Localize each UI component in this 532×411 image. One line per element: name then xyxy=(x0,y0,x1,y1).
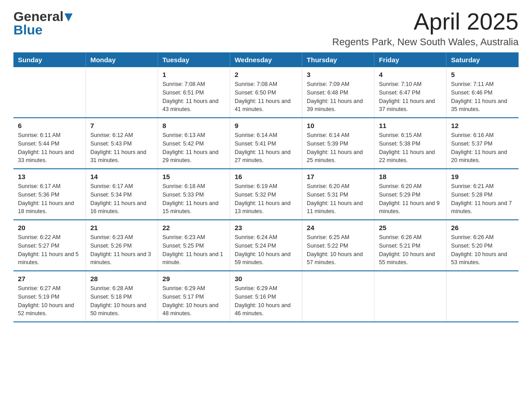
calendar-cell: 3Sunrise: 7:09 AMSunset: 6:48 PMDaylight… xyxy=(302,67,374,118)
calendar-cell: 22Sunrise: 6:23 AMSunset: 5:25 PMDayligh… xyxy=(158,220,230,271)
logo-blue-text: Blue xyxy=(13,22,73,38)
day-number: 14 xyxy=(90,173,153,180)
day-number: 28 xyxy=(90,275,153,283)
calendar-cell xyxy=(374,271,446,322)
day-info: Sunrise: 6:28 AMSunset: 5:18 PMDaylight:… xyxy=(90,284,153,318)
calendar-cell: 21Sunrise: 6:23 AMSunset: 5:26 PMDayligh… xyxy=(86,220,158,271)
day-info: Sunrise: 6:16 AMSunset: 5:37 PMDaylight:… xyxy=(451,131,514,165)
day-number: 23 xyxy=(235,224,297,231)
day-of-week-header: Monday xyxy=(86,52,158,67)
day-number: 12 xyxy=(451,122,514,129)
calendar-week-row: 20Sunrise: 6:22 AMSunset: 5:27 PMDayligh… xyxy=(13,220,519,271)
calendar-cell: 24Sunrise: 6:25 AMSunset: 5:22 PMDayligh… xyxy=(302,220,374,271)
calendar-cell: 23Sunrise: 6:24 AMSunset: 5:24 PMDayligh… xyxy=(230,220,302,271)
calendar-cell: 12Sunrise: 6:16 AMSunset: 5:37 PMDayligh… xyxy=(446,118,519,169)
logo-general-text: General xyxy=(13,9,64,24)
logo-triangle-icon xyxy=(64,13,73,21)
calendar-week-row: 13Sunrise: 6:17 AMSunset: 5:36 PMDayligh… xyxy=(13,169,519,220)
calendar-cell: 8Sunrise: 6:13 AMSunset: 5:42 PMDaylight… xyxy=(158,118,230,169)
calendar-cell: 16Sunrise: 6:19 AMSunset: 5:32 PMDayligh… xyxy=(230,169,302,220)
calendar-cell: 30Sunrise: 6:29 AMSunset: 5:16 PMDayligh… xyxy=(230,271,302,322)
day-number: 25 xyxy=(379,224,442,231)
day-info: Sunrise: 6:14 AMSunset: 5:41 PMDaylight:… xyxy=(235,131,297,165)
day-number: 18 xyxy=(379,173,442,180)
calendar-cell xyxy=(86,67,158,118)
day-number: 17 xyxy=(307,173,369,180)
day-info: Sunrise: 6:15 AMSunset: 5:38 PMDaylight:… xyxy=(379,131,442,165)
day-info: Sunrise: 7:09 AMSunset: 6:48 PMDaylight:… xyxy=(307,80,369,114)
day-info: Sunrise: 7:08 AMSunset: 6:50 PMDaylight:… xyxy=(235,80,297,114)
page-header: General Blue April 2025 Regents Park, Ne… xyxy=(13,9,519,48)
day-info: Sunrise: 6:12 AMSunset: 5:43 PMDaylight:… xyxy=(90,131,153,165)
day-info: Sunrise: 6:26 AMSunset: 5:20 PMDaylight:… xyxy=(451,233,514,267)
calendar-cell: 26Sunrise: 6:26 AMSunset: 5:20 PMDayligh… xyxy=(446,220,519,271)
calendar-cell: 7Sunrise: 6:12 AMSunset: 5:43 PMDaylight… xyxy=(86,118,158,169)
day-info: Sunrise: 7:11 AMSunset: 6:46 PMDaylight:… xyxy=(451,80,514,114)
calendar-body: 1Sunrise: 7:08 AMSunset: 6:51 PMDaylight… xyxy=(13,67,519,322)
day-info: Sunrise: 6:26 AMSunset: 5:21 PMDaylight:… xyxy=(379,233,442,267)
day-info: Sunrise: 6:29 AMSunset: 5:16 PMDaylight:… xyxy=(235,284,297,318)
calendar-cell: 20Sunrise: 6:22 AMSunset: 5:27 PMDayligh… xyxy=(13,220,86,271)
day-of-week-header: Saturday xyxy=(446,52,519,67)
day-info: Sunrise: 6:19 AMSunset: 5:32 PMDaylight:… xyxy=(235,182,297,216)
day-number: 30 xyxy=(235,275,297,283)
calendar-week-row: 6Sunrise: 6:11 AMSunset: 5:44 PMDaylight… xyxy=(13,118,519,169)
day-info: Sunrise: 6:25 AMSunset: 5:22 PMDaylight:… xyxy=(307,233,369,267)
calendar-cell: 1Sunrise: 7:08 AMSunset: 6:51 PMDaylight… xyxy=(158,67,230,118)
calendar-cell xyxy=(13,67,86,118)
calendar-cell: 6Sunrise: 6:11 AMSunset: 5:44 PMDaylight… xyxy=(13,118,86,169)
day-number: 19 xyxy=(451,173,514,180)
calendar-cell: 15Sunrise: 6:18 AMSunset: 5:33 PMDayligh… xyxy=(158,169,230,220)
day-info: Sunrise: 6:29 AMSunset: 5:17 PMDaylight:… xyxy=(163,284,225,318)
day-number: 4 xyxy=(379,71,442,78)
days-of-week-row: SundayMondayTuesdayWednesdayThursdayFrid… xyxy=(13,52,519,67)
day-number: 2 xyxy=(235,71,297,78)
calendar-cell: 19Sunrise: 6:21 AMSunset: 5:28 PMDayligh… xyxy=(446,169,519,220)
day-info: Sunrise: 6:23 AMSunset: 5:26 PMDaylight:… xyxy=(90,233,153,267)
day-of-week-header: Thursday xyxy=(302,52,374,67)
day-number: 20 xyxy=(18,224,81,231)
day-info: Sunrise: 6:21 AMSunset: 5:28 PMDaylight:… xyxy=(451,182,514,216)
day-info: Sunrise: 6:18 AMSunset: 5:33 PMDaylight:… xyxy=(163,182,225,216)
day-info: Sunrise: 6:17 AMSunset: 5:36 PMDaylight:… xyxy=(18,182,81,216)
day-number: 27 xyxy=(18,275,81,283)
day-number: 10 xyxy=(307,122,369,129)
calendar-cell: 2Sunrise: 7:08 AMSunset: 6:50 PMDaylight… xyxy=(230,67,302,118)
day-number: 11 xyxy=(379,122,442,129)
calendar-cell: 13Sunrise: 6:17 AMSunset: 5:36 PMDayligh… xyxy=(13,169,86,220)
day-number: 16 xyxy=(235,173,297,180)
day-of-week-header: Sunday xyxy=(13,52,86,67)
calendar-cell: 18Sunrise: 6:20 AMSunset: 5:29 PMDayligh… xyxy=(374,169,446,220)
day-info: Sunrise: 7:08 AMSunset: 6:51 PMDaylight:… xyxy=(163,80,225,114)
calendar-week-row: 1Sunrise: 7:08 AMSunset: 6:51 PMDaylight… xyxy=(13,67,519,118)
day-number: 15 xyxy=(163,173,225,180)
day-info: Sunrise: 6:13 AMSunset: 5:42 PMDaylight:… xyxy=(163,131,225,165)
day-number: 5 xyxy=(451,71,514,78)
logo: General Blue xyxy=(13,9,73,38)
day-number: 29 xyxy=(163,275,225,283)
day-of-week-header: Friday xyxy=(374,52,446,67)
day-number: 21 xyxy=(90,224,153,231)
title-section: April 2025 Regents Park, New South Wales… xyxy=(332,9,519,48)
calendar-header: SundayMondayTuesdayWednesdayThursdayFrid… xyxy=(13,52,519,67)
calendar-cell: 9Sunrise: 6:14 AMSunset: 5:41 PMDaylight… xyxy=(230,118,302,169)
calendar-cell: 10Sunrise: 6:14 AMSunset: 5:39 PMDayligh… xyxy=(302,118,374,169)
day-info: Sunrise: 6:22 AMSunset: 5:27 PMDaylight:… xyxy=(18,233,81,267)
day-number: 13 xyxy=(18,173,81,180)
day-number: 6 xyxy=(18,122,81,129)
day-number: 3 xyxy=(307,71,369,78)
day-info: Sunrise: 7:10 AMSunset: 6:47 PMDaylight:… xyxy=(379,80,442,114)
day-of-week-header: Wednesday xyxy=(230,52,302,67)
calendar-cell: 17Sunrise: 6:20 AMSunset: 5:31 PMDayligh… xyxy=(302,169,374,220)
calendar-cell: 25Sunrise: 6:26 AMSunset: 5:21 PMDayligh… xyxy=(374,220,446,271)
calendar-cell xyxy=(302,271,374,322)
day-number: 7 xyxy=(90,122,153,129)
subtitle: Regents Park, New South Wales, Australia xyxy=(332,36,519,48)
calendar-week-row: 27Sunrise: 6:27 AMSunset: 5:19 PMDayligh… xyxy=(13,271,519,322)
calendar-table: SundayMondayTuesdayWednesdayThursdayFrid… xyxy=(13,52,519,322)
day-number: 24 xyxy=(307,224,369,231)
day-info: Sunrise: 6:11 AMSunset: 5:44 PMDaylight:… xyxy=(18,131,81,165)
calendar-cell: 4Sunrise: 7:10 AMSunset: 6:47 PMDaylight… xyxy=(374,67,446,118)
day-info: Sunrise: 6:14 AMSunset: 5:39 PMDaylight:… xyxy=(307,131,369,165)
calendar-cell: 27Sunrise: 6:27 AMSunset: 5:19 PMDayligh… xyxy=(13,271,86,322)
